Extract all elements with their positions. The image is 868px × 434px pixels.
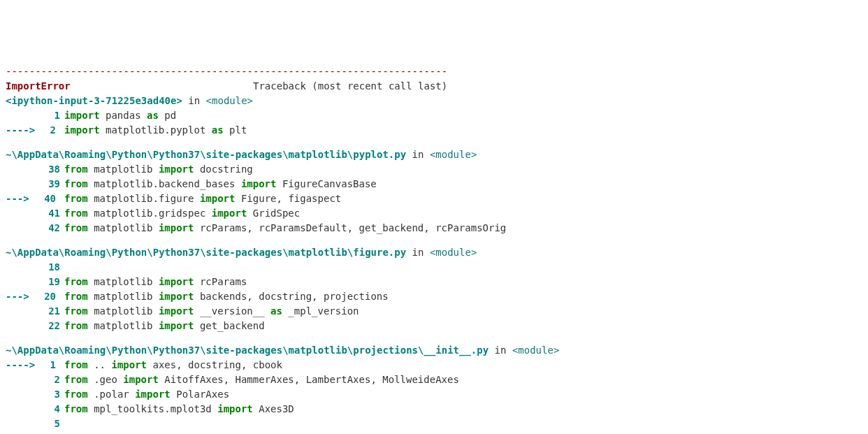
code-token: , [241, 359, 247, 370]
code-token: . [94, 374, 99, 385]
code-token: matplotlib [94, 178, 152, 189]
code-token: LambertAxes [306, 374, 371, 385]
code-token: , [347, 222, 353, 233]
code-token: backend_bases [159, 178, 236, 189]
frame-in-text: in [489, 345, 512, 356]
code-token: docstring [200, 164, 253, 175]
code-token: pandas [106, 110, 141, 121]
frame-in-text: in [406, 247, 430, 258]
code-content: from mpl_toolkits.mplot3d import Axes3D [64, 402, 862, 417]
line-number: 3 [6, 387, 64, 402]
code-token: from [64, 208, 88, 219]
code-token: . [164, 403, 170, 414]
code-token: gridspec [159, 208, 205, 219]
code-token: MollweideAxes [382, 374, 459, 385]
code-token: matplotlib [106, 124, 164, 136]
code-token: import [200, 193, 236, 204]
code-content: from matplotlib import __version__ as _m… [64, 304, 862, 319]
code-token: . [152, 208, 158, 219]
code-token: from [64, 193, 88, 204]
code-token: import [159, 222, 194, 233]
code-token: matplotlib [94, 291, 152, 302]
code-line: 39from matplotlib.backend_bases import F… [6, 177, 862, 191]
code-token: geo [100, 374, 117, 385]
code-line: 21from matplotlib import __version__ as … [6, 304, 862, 319]
line-gutter: ---> 40 [6, 191, 64, 206]
code-line: ---> 40from matplotlib.figure import Fig… [6, 191, 862, 206]
code-token: import [217, 403, 253, 414]
code-token: as [147, 110, 159, 121]
code-token: from [64, 222, 88, 233]
code-token: . [94, 389, 99, 400]
code-line: ----> 1from .. import axes, docstring, c… [6, 358, 862, 372]
code-token: Axes3D [259, 403, 294, 414]
code-token: FigureCanvasBase [282, 178, 377, 189]
code-token: , [247, 291, 252, 302]
code-token: , [370, 374, 376, 385]
code-line: 3from .polar import PolarAxes [6, 387, 862, 402]
traceback-output: ----------------------------------------… [6, 64, 862, 434]
code-line: 19from matplotlib import rcParams [6, 275, 862, 289]
code-line: 42from matplotlib import rcParams, rcPar… [6, 221, 862, 236]
code-token: PolarAxes [176, 389, 229, 400]
code-line: 41from matplotlib.gridspec import GridSp… [6, 206, 862, 221]
code-token: get_backend [359, 222, 424, 233]
code-token: , [312, 291, 317, 302]
code-token: , [277, 193, 282, 204]
frame-module-tag: <module> [206, 95, 253, 106]
frame-file-path: ~\AppData\Roaming\Python\Python37\site-p… [6, 247, 406, 258]
code-token: import [64, 124, 100, 136]
code-line: ----> 2import matplotlib.pyplot as plt [6, 123, 862, 138]
code-token: pyplot [171, 124, 206, 136]
code-token: from [64, 276, 88, 287]
line-number: 2 [50, 123, 60, 138]
code-token: docstring [259, 291, 312, 302]
code-token: from [64, 374, 88, 385]
frame-module-tag: <module> [512, 345, 559, 356]
code-token: HammerAxes [236, 374, 294, 385]
code-token: import [64, 110, 100, 121]
code-content: from matplotlib import docstring [64, 162, 862, 177]
code-line: 18 [6, 260, 862, 275]
code-line: 5 [6, 417, 862, 431]
code-token: pd [164, 110, 176, 121]
traceback-label: Traceback (most recent call last) [253, 80, 447, 92]
code-token: from [64, 305, 88, 317]
code-token: import [159, 305, 194, 317]
code-token: import [159, 276, 194, 287]
code-content: from .geo import AitoffAxes, HammerAxes,… [64, 372, 862, 387]
line-gutter: ---> 20 [6, 289, 64, 304]
frame-spacer [6, 138, 862, 147]
code-token: import [159, 164, 194, 175]
line-gutter: ----> 2 [6, 123, 64, 138]
code-line: 1import pandas as pd [6, 108, 862, 123]
frame-module-tag: <module> [430, 149, 477, 160]
code-token: mpl_toolkits [94, 403, 164, 414]
error-name: ImportError [6, 80, 71, 92]
line-number: 19 [6, 275, 64, 289]
code-content: from matplotlib.figure import Figure, fi… [64, 191, 862, 206]
code-token: GridSpec [253, 208, 300, 219]
frame-location: ~\AppData\Roaming\Python\Python37\site-p… [6, 343, 862, 358]
frame-file-path: ~\AppData\Roaming\Python\Python37\site-p… [6, 149, 406, 160]
code-token: projections [324, 291, 389, 302]
code-token: . [152, 178, 158, 189]
code-line: 22from matplotlib import get_backend [6, 319, 862, 333]
code-token: polar [100, 389, 129, 400]
line-number: 5 [6, 417, 64, 431]
code-token: , [294, 374, 300, 385]
frame-spacer [6, 236, 862, 245]
code-line: ---> 20from matplotlib import backends, … [6, 289, 862, 304]
code-line: 38from matplotlib import docstring [6, 162, 862, 177]
code-line: 2from .geo import AitoffAxes, HammerAxes… [6, 372, 862, 387]
code-token: from [64, 164, 88, 175]
code-token: rcParams [200, 276, 247, 287]
line-number: 18 [6, 260, 64, 275]
code-token: rcParamsOrig [435, 222, 506, 233]
code-content: from matplotlib import rcParams, rcParam… [64, 221, 862, 236]
code-token: matplotlib [94, 276, 152, 287]
frame-location: ~\AppData\Roaming\Python\Python37\site-p… [6, 147, 862, 162]
code-token: as [270, 305, 282, 317]
code-token: . [164, 124, 170, 136]
code-line: 4from mpl_toolkits.mplot3d import Axes3D [6, 402, 862, 417]
